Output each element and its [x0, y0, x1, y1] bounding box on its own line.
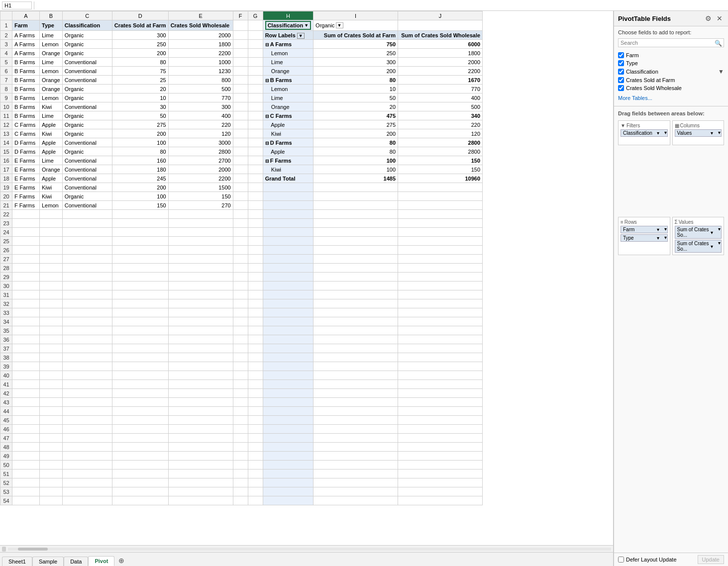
cell-J33[interactable]: [398, 308, 483, 317]
cell-B4[interactable]: Orange: [40, 49, 63, 58]
cell-H26[interactable]: [263, 246, 313, 255]
cell-A53[interactable]: [12, 487, 40, 496]
cell-F39[interactable]: [233, 362, 248, 371]
cell-C9[interactable]: Organic: [62, 94, 112, 102]
cell-F24[interactable]: [233, 228, 248, 237]
cell-J22[interactable]: [398, 210, 483, 219]
cell-E23[interactable]: [168, 219, 233, 228]
cell-F6[interactable]: [233, 67, 248, 76]
cell-B43[interactable]: [40, 398, 63, 407]
cell-J45[interactable]: [398, 416, 483, 425]
cell-J35[interactable]: [398, 326, 483, 335]
add-tab-button[interactable]: ⊕: [114, 555, 128, 566]
cell-I6[interactable]: 200: [313, 67, 398, 76]
cell-I15[interactable]: 80: [313, 147, 398, 156]
cell-C3[interactable]: Organic: [62, 40, 112, 49]
cell-H19[interactable]: [263, 183, 313, 192]
cell-D1[interactable]: Crates Sold at Farm: [112, 20, 168, 31]
cell-H52[interactable]: [263, 478, 313, 487]
cell-C10[interactable]: Conventional: [62, 102, 112, 111]
cell-F20[interactable]: [233, 192, 248, 201]
cell-H13[interactable]: Kiwi: [263, 129, 313, 138]
cell-D21[interactable]: 150: [112, 201, 168, 210]
pivot-field-checkbox-0[interactable]: [618, 52, 624, 58]
more-tables-link[interactable]: More Tables...: [614, 94, 728, 104]
cell-D28[interactable]: [112, 264, 168, 273]
cell-I19[interactable]: [313, 183, 398, 192]
cell-D43[interactable]: [112, 398, 168, 407]
cell-H29[interactable]: [263, 273, 313, 282]
cell-B44[interactable]: [40, 407, 63, 416]
cell-B47[interactable]: [40, 434, 63, 443]
cell-D13[interactable]: 200: [112, 129, 168, 138]
cell-B32[interactable]: [40, 299, 63, 308]
cell-C27[interactable]: [62, 255, 112, 264]
cell-H9[interactable]: Lime: [263, 94, 313, 102]
cell-E52[interactable]: [168, 478, 233, 487]
cell-J17[interactable]: 150: [398, 165, 483, 174]
cell-D15[interactable]: 80: [112, 147, 168, 156]
cell-D30[interactable]: [112, 282, 168, 290]
cell-I27[interactable]: [313, 255, 398, 264]
cell-D42[interactable]: [112, 389, 168, 398]
cell-A38[interactable]: [12, 353, 40, 362]
cell-J53[interactable]: [398, 487, 483, 496]
cell-E3[interactable]: 1800: [168, 40, 233, 49]
cell-D12[interactable]: 275: [112, 120, 168, 129]
cell-C52[interactable]: [62, 478, 112, 487]
cell-I34[interactable]: [313, 317, 398, 326]
cell-I48[interactable]: [313, 443, 398, 452]
cell-I21[interactable]: [313, 201, 398, 210]
cell-H17[interactable]: Kiwi: [263, 165, 313, 174]
cell-D11[interactable]: 50: [112, 111, 168, 120]
cell-J24[interactable]: [398, 228, 483, 237]
tab-pivot[interactable]: Pivot: [88, 556, 114, 566]
cell-J4[interactable]: 1800: [398, 49, 483, 58]
cell-J11[interactable]: 340: [398, 111, 483, 120]
cell-C22[interactable]: [62, 210, 112, 219]
row-num-header[interactable]: [0, 11, 12, 20]
cell-D6[interactable]: 75: [112, 67, 168, 76]
cell-A46[interactable]: [12, 425, 40, 434]
cell-A11[interactable]: B Farms: [12, 111, 40, 120]
cell-A3[interactable]: A Farms: [12, 40, 40, 49]
cell-F7[interactable]: [233, 76, 248, 85]
cell-A24[interactable]: [12, 228, 40, 237]
classification-filter-btn[interactable]: ▼: [718, 68, 724, 75]
cell-F23[interactable]: [233, 219, 248, 228]
cell-E39[interactable]: [168, 362, 233, 371]
cell-E18[interactable]: 2200: [168, 174, 233, 183]
cell-A36[interactable]: [12, 335, 40, 344]
cell-A41[interactable]: [12, 380, 40, 389]
cell-I29[interactable]: [313, 273, 398, 282]
cell-G7[interactable]: [248, 76, 263, 85]
cell-C24[interactable]: [62, 228, 112, 237]
cell-E10[interactable]: 300: [168, 102, 233, 111]
cell-H27[interactable]: [263, 255, 313, 264]
cell-B14[interactable]: Apple: [40, 138, 63, 147]
cell-G19[interactable]: [248, 183, 263, 192]
cell-H3[interactable]: ⊟A Farms: [263, 40, 313, 49]
cell-J13[interactable]: 120: [398, 129, 483, 138]
cell-H46[interactable]: [263, 425, 313, 434]
cell-H53[interactable]: [263, 487, 313, 496]
cell-C30[interactable]: [62, 282, 112, 290]
cell-F27[interactable]: [233, 255, 248, 264]
cell-A19[interactable]: E Farms: [12, 183, 40, 192]
cell-C47[interactable]: [62, 434, 112, 443]
cell-G48[interactable]: [248, 443, 263, 452]
cell-F41[interactable]: [233, 380, 248, 389]
cell-I43[interactable]: [313, 398, 398, 407]
cell-E15[interactable]: 2800: [168, 147, 233, 156]
cell-H48[interactable]: [263, 443, 313, 452]
cell-I36[interactable]: [313, 335, 398, 344]
cell-A30[interactable]: [12, 282, 40, 290]
cell-H18[interactable]: Grand Total: [263, 174, 313, 183]
cell-D38[interactable]: [112, 353, 168, 362]
cell-F18[interactable]: [233, 174, 248, 183]
cell-C37[interactable]: [62, 344, 112, 353]
cell-A35[interactable]: [12, 326, 40, 335]
cell-J44[interactable]: [398, 407, 483, 416]
cell-C26[interactable]: [62, 246, 112, 255]
cell-B27[interactable]: [40, 255, 63, 264]
